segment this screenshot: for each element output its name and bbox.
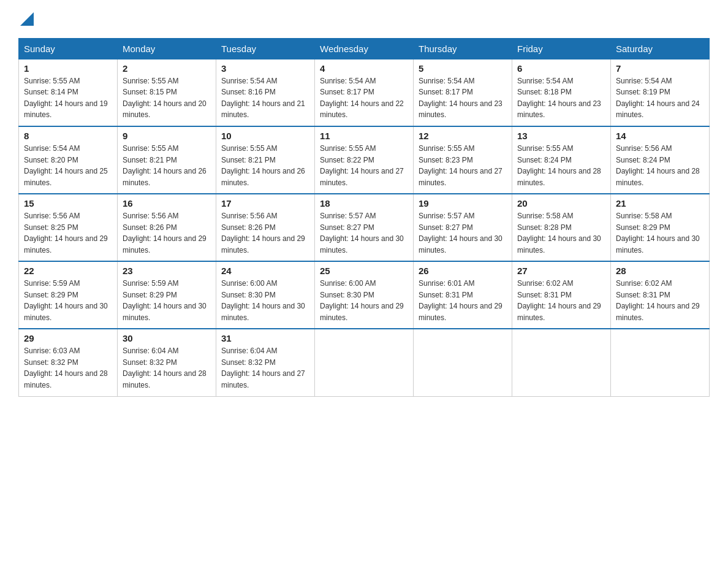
day-number: 22 <box>24 266 112 276</box>
day-number: 21 <box>616 198 704 209</box>
calendar-cell: 17Sunrise: 5:56 AMSunset: 8:26 PMDayligh… <box>216 194 315 261</box>
weekday-header-thursday: Thursday <box>414 38 512 59</box>
svg-marker-0 <box>20 12 34 26</box>
calendar-cell: 6Sunrise: 5:54 AMSunset: 8:18 PMDaylight… <box>512 59 611 126</box>
calendar-cell <box>414 329 512 396</box>
day-number: 16 <box>123 198 211 209</box>
weekday-header-row: SundayMondayTuesdayWednesdayThursdayFrid… <box>19 38 710 59</box>
calendar-cell: 21Sunrise: 5:58 AMSunset: 8:29 PMDayligh… <box>611 194 710 261</box>
day-number: 2 <box>123 63 211 74</box>
day-number: 6 <box>517 63 605 74</box>
day-info: Sunrise: 5:55 AMSunset: 8:21 PMDaylight:… <box>221 143 309 188</box>
calendar-cell: 1Sunrise: 5:55 AMSunset: 8:14 PMDaylight… <box>19 59 118 126</box>
calendar-cell: 12Sunrise: 5:55 AMSunset: 8:23 PMDayligh… <box>414 126 512 194</box>
day-number: 17 <box>221 198 309 209</box>
day-info: Sunrise: 6:01 AMSunset: 8:31 PMDaylight:… <box>419 278 507 323</box>
day-info: Sunrise: 5:54 AMSunset: 8:17 PMDaylight:… <box>320 75 408 121</box>
day-info: Sunrise: 5:55 AMSunset: 8:23 PMDaylight:… <box>419 143 507 188</box>
calendar-cell: 11Sunrise: 5:55 AMSunset: 8:22 PMDayligh… <box>315 126 414 194</box>
calendar-cell: 30Sunrise: 6:04 AMSunset: 8:32 PMDayligh… <box>118 329 216 396</box>
weekday-header-friday: Friday <box>512 38 611 59</box>
day-info: Sunrise: 5:55 AMSunset: 8:22 PMDaylight:… <box>320 143 408 188</box>
calendar-cell: 31Sunrise: 6:04 AMSunset: 8:32 PMDayligh… <box>216 329 315 396</box>
day-number: 29 <box>24 333 112 343</box>
calendar-cell: 7Sunrise: 5:54 AMSunset: 8:19 PMDaylight… <box>611 59 710 126</box>
calendar-cell <box>611 329 710 396</box>
weekday-header-monday: Monday <box>118 38 216 59</box>
day-number: 18 <box>320 198 408 209</box>
day-info: Sunrise: 5:55 AMSunset: 8:24 PMDaylight:… <box>517 143 605 188</box>
day-info: Sunrise: 5:56 AMSunset: 8:26 PMDaylight:… <box>123 210 211 256</box>
day-info: Sunrise: 5:55 AMSunset: 8:14 PMDaylight:… <box>24 75 112 121</box>
day-number: 30 <box>123 333 211 343</box>
week-row-3: 15Sunrise: 5:56 AMSunset: 8:25 PMDayligh… <box>19 194 710 261</box>
calendar-cell: 2Sunrise: 5:55 AMSunset: 8:15 PMDaylight… <box>118 59 216 126</box>
week-row-5: 29Sunrise: 6:03 AMSunset: 8:32 PMDayligh… <box>19 329 710 396</box>
calendar-cell: 28Sunrise: 6:02 AMSunset: 8:31 PMDayligh… <box>611 261 710 329</box>
day-number: 13 <box>517 131 605 141</box>
day-number: 20 <box>517 198 605 209</box>
calendar-cell <box>512 329 611 396</box>
day-info: Sunrise: 5:54 AMSunset: 8:17 PMDaylight:… <box>419 75 507 121</box>
day-info: Sunrise: 6:04 AMSunset: 8:32 PMDaylight:… <box>221 345 309 391</box>
weekday-header-saturday: Saturday <box>611 38 710 59</box>
weekday-header-wednesday: Wednesday <box>315 38 414 59</box>
header <box>18 12 710 28</box>
calendar-cell: 19Sunrise: 5:57 AMSunset: 8:27 PMDayligh… <box>414 194 512 261</box>
calendar-cell: 22Sunrise: 5:59 AMSunset: 8:29 PMDayligh… <box>19 261 118 329</box>
calendar-cell: 14Sunrise: 5:56 AMSunset: 8:24 PMDayligh… <box>611 126 710 194</box>
day-number: 31 <box>221 333 309 343</box>
calendar-cell: 20Sunrise: 5:58 AMSunset: 8:28 PMDayligh… <box>512 194 611 261</box>
day-info: Sunrise: 5:56 AMSunset: 8:25 PMDaylight:… <box>24 210 112 256</box>
day-number: 23 <box>123 266 211 276</box>
day-number: 4 <box>320 63 408 74</box>
calendar-cell: 24Sunrise: 6:00 AMSunset: 8:30 PMDayligh… <box>216 261 315 329</box>
logo <box>18 12 34 28</box>
calendar-cell: 26Sunrise: 6:01 AMSunset: 8:31 PMDayligh… <box>414 261 512 329</box>
day-info: Sunrise: 5:55 AMSunset: 8:15 PMDaylight:… <box>123 75 211 121</box>
day-info: Sunrise: 5:57 AMSunset: 8:27 PMDaylight:… <box>320 210 408 256</box>
day-info: Sunrise: 5:58 AMSunset: 8:28 PMDaylight:… <box>517 210 605 256</box>
day-info: Sunrise: 5:54 AMSunset: 8:20 PMDaylight:… <box>24 143 112 188</box>
day-number: 14 <box>616 131 704 141</box>
day-number: 3 <box>221 63 309 74</box>
week-row-1: 1Sunrise: 5:55 AMSunset: 8:14 PMDaylight… <box>19 59 710 126</box>
weekday-header-tuesday: Tuesday <box>216 38 315 59</box>
day-info: Sunrise: 6:02 AMSunset: 8:31 PMDaylight:… <box>517 278 605 323</box>
day-number: 28 <box>616 266 704 276</box>
day-number: 11 <box>320 131 408 141</box>
day-number: 25 <box>320 266 408 276</box>
day-info: Sunrise: 5:55 AMSunset: 8:21 PMDaylight:… <box>123 143 211 188</box>
day-number: 19 <box>419 198 507 209</box>
calendar-cell: 9Sunrise: 5:55 AMSunset: 8:21 PMDaylight… <box>118 126 216 194</box>
calendar-cell: 29Sunrise: 6:03 AMSunset: 8:32 PMDayligh… <box>19 329 118 396</box>
calendar-cell: 25Sunrise: 6:00 AMSunset: 8:30 PMDayligh… <box>315 261 414 329</box>
calendar-cell: 4Sunrise: 5:54 AMSunset: 8:17 PMDaylight… <box>315 59 414 126</box>
day-number: 27 <box>517 266 605 276</box>
day-info: Sunrise: 5:57 AMSunset: 8:27 PMDaylight:… <box>419 210 507 256</box>
day-info: Sunrise: 5:58 AMSunset: 8:29 PMDaylight:… <box>616 210 704 256</box>
day-info: Sunrise: 6:02 AMSunset: 8:31 PMDaylight:… <box>616 278 704 323</box>
calendar-table: SundayMondayTuesdayWednesdayThursdayFrid… <box>18 38 710 397</box>
day-number: 1 <box>24 63 112 74</box>
day-info: Sunrise: 5:59 AMSunset: 8:29 PMDaylight:… <box>24 278 112 323</box>
day-number: 15 <box>24 198 112 209</box>
logo-triangle-icon <box>20 12 34 26</box>
calendar-cell: 10Sunrise: 5:55 AMSunset: 8:21 PMDayligh… <box>216 126 315 194</box>
day-number: 9 <box>123 131 211 141</box>
calendar-cell: 5Sunrise: 5:54 AMSunset: 8:17 PMDaylight… <box>414 59 512 126</box>
calendar-cell: 18Sunrise: 5:57 AMSunset: 8:27 PMDayligh… <box>315 194 414 261</box>
day-number: 12 <box>419 131 507 141</box>
day-info: Sunrise: 5:59 AMSunset: 8:29 PMDaylight:… <box>123 278 211 323</box>
day-info: Sunrise: 6:04 AMSunset: 8:32 PMDaylight:… <box>123 345 211 391</box>
day-number: 7 <box>616 63 704 74</box>
calendar-cell: 16Sunrise: 5:56 AMSunset: 8:26 PMDayligh… <box>118 194 216 261</box>
day-info: Sunrise: 6:00 AMSunset: 8:30 PMDaylight:… <box>221 278 309 323</box>
day-info: Sunrise: 5:56 AMSunset: 8:24 PMDaylight:… <box>616 143 704 188</box>
calendar-cell: 27Sunrise: 6:02 AMSunset: 8:31 PMDayligh… <box>512 261 611 329</box>
week-row-4: 22Sunrise: 5:59 AMSunset: 8:29 PMDayligh… <box>19 261 710 329</box>
day-number: 5 <box>419 63 507 74</box>
day-info: Sunrise: 5:54 AMSunset: 8:16 PMDaylight:… <box>221 75 309 121</box>
calendar-cell: 15Sunrise: 5:56 AMSunset: 8:25 PMDayligh… <box>19 194 118 261</box>
day-info: Sunrise: 5:54 AMSunset: 8:18 PMDaylight:… <box>517 75 605 121</box>
